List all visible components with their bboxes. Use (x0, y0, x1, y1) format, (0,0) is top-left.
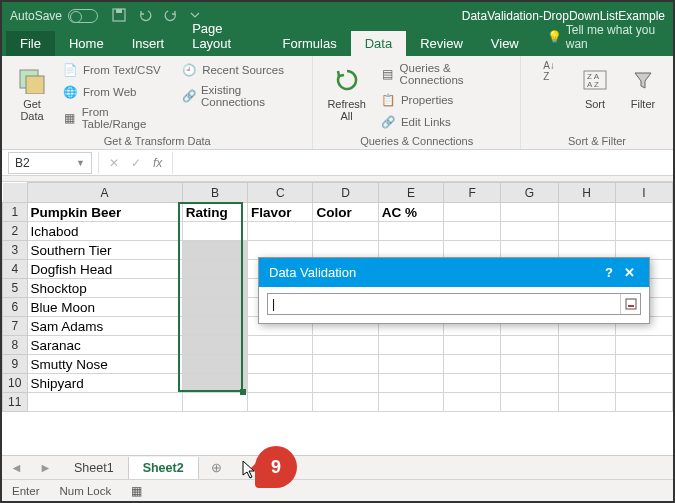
cell[interactable] (501, 222, 558, 241)
sheet-tab-2[interactable]: Sheet2 (129, 457, 199, 479)
cell[interactable]: Pumpkin Beer (27, 203, 182, 222)
row-header[interactable]: 6 (3, 298, 28, 317)
cell[interactable] (182, 241, 247, 260)
chevron-down-icon[interactable]: ▼ (76, 158, 85, 168)
cell[interactable] (444, 374, 501, 393)
cell[interactable] (615, 393, 672, 412)
cell[interactable] (182, 222, 247, 241)
row-header[interactable]: 11 (3, 393, 28, 412)
cell[interactable] (248, 222, 313, 241)
selection-handle[interactable] (240, 389, 246, 395)
col-header-A[interactable]: A (27, 183, 182, 203)
tab-file[interactable]: File (6, 31, 55, 56)
cell[interactable] (558, 222, 615, 241)
cell[interactable] (248, 393, 313, 412)
row-header[interactable]: 8 (3, 336, 28, 355)
cell[interactable] (501, 355, 558, 374)
cell[interactable] (378, 374, 443, 393)
redo-icon[interactable] (164, 8, 178, 25)
cell[interactable] (444, 393, 501, 412)
col-header-H[interactable]: H (558, 183, 615, 203)
row-header[interactable]: 10 (3, 374, 28, 393)
from-text-csv-button[interactable]: 📄From Text/CSV (60, 60, 171, 80)
cell[interactable]: Southern Tier (27, 241, 182, 260)
cell[interactable] (444, 203, 501, 222)
save-icon[interactable] (112, 8, 126, 25)
existing-conn-button[interactable]: 🔗Existing Connections (179, 82, 302, 110)
cell[interactable] (501, 374, 558, 393)
properties-button[interactable]: 📋Properties (378, 90, 510, 110)
cell[interactable] (248, 355, 313, 374)
help-icon[interactable]: ? (599, 265, 619, 280)
cell[interactable] (444, 222, 501, 241)
cell[interactable] (378, 355, 443, 374)
cell[interactable] (558, 336, 615, 355)
sort-az-button[interactable]: A↓Z (531, 60, 567, 133)
cell[interactable]: Ichabod (27, 222, 182, 241)
collapse-dialog-icon[interactable] (620, 294, 640, 314)
cell[interactable]: Shocktop (27, 279, 182, 298)
sheet-nav[interactable]: ◄► (2, 461, 60, 475)
cell[interactable] (615, 374, 672, 393)
cell[interactable]: Sam Adams (27, 317, 182, 336)
cell[interactable] (182, 355, 247, 374)
cell[interactable] (313, 355, 378, 374)
row-header[interactable]: 4 (3, 260, 28, 279)
edit-links-button[interactable]: 🔗Edit Links (378, 112, 510, 132)
toggle-switch[interactable] (68, 9, 98, 23)
sort-button[interactable]: Z AA Z Sort (575, 60, 615, 133)
tab-view[interactable]: View (477, 31, 533, 56)
cell[interactable] (378, 336, 443, 355)
filter-button[interactable]: Filter (623, 60, 663, 133)
cell[interactable] (501, 336, 558, 355)
cell[interactable] (313, 374, 378, 393)
cell[interactable]: AC % (378, 203, 443, 222)
cell[interactable] (182, 260, 247, 279)
formula-input[interactable] (173, 152, 673, 174)
name-box[interactable]: B2 ▼ (8, 152, 92, 174)
col-header-F[interactable]: F (444, 183, 501, 203)
cell[interactable] (378, 222, 443, 241)
macro-record-icon[interactable]: ▦ (131, 484, 142, 498)
cell[interactable] (558, 355, 615, 374)
cell[interactable] (615, 203, 672, 222)
cell[interactable]: Shipyard (27, 374, 182, 393)
col-header-C[interactable]: C (248, 183, 313, 203)
undo-icon[interactable] (138, 8, 152, 25)
cell[interactable] (248, 336, 313, 355)
cell[interactable] (182, 374, 247, 393)
cell[interactable] (182, 336, 247, 355)
tab-data[interactable]: Data (351, 31, 406, 56)
col-header-D[interactable]: D (313, 183, 378, 203)
tab-review[interactable]: Review (406, 31, 477, 56)
cell[interactable] (558, 393, 615, 412)
cell[interactable] (182, 279, 247, 298)
tab-page-layout[interactable]: Page Layout (178, 16, 268, 56)
cell[interactable]: Color (313, 203, 378, 222)
tell-me[interactable]: 💡 Tell me what you wan (539, 18, 669, 56)
range-input[interactable] (268, 297, 620, 311)
cell[interactable] (558, 203, 615, 222)
row-header[interactable]: 1 (3, 203, 28, 222)
col-header-I[interactable]: I (615, 183, 672, 203)
cell[interactable] (313, 393, 378, 412)
add-sheet-button[interactable]: ⊕ (205, 460, 229, 475)
cell[interactable] (501, 393, 558, 412)
cell[interactable] (615, 336, 672, 355)
close-icon[interactable]: ✕ (619, 265, 639, 280)
cell[interactable] (558, 374, 615, 393)
cell[interactable]: Rating (182, 203, 247, 222)
cell[interactable] (378, 393, 443, 412)
queries-conn-button[interactable]: ▤Queries & Connections (378, 60, 510, 88)
select-all-corner[interactable] (3, 183, 28, 203)
cell[interactable] (444, 336, 501, 355)
autosave-toggle[interactable]: AutoSave (10, 9, 98, 23)
dialog-titlebar[interactable]: Data Validation ? ✕ (259, 258, 649, 287)
cell[interactable] (27, 393, 182, 412)
cell[interactable] (615, 355, 672, 374)
enter-icon[interactable]: ✓ (131, 156, 141, 170)
cell[interactable] (501, 203, 558, 222)
tab-home[interactable]: Home (55, 31, 118, 56)
row-header[interactable]: 7 (3, 317, 28, 336)
cell[interactable] (182, 317, 247, 336)
